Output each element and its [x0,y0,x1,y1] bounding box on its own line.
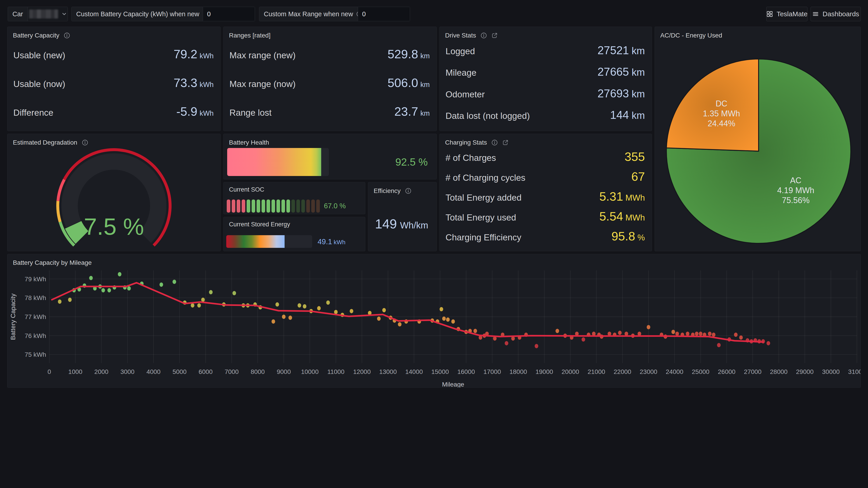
scatter-point [209,290,213,294]
custom-battery-capacity-input[interactable]: 0 [203,7,255,21]
acdc-pie-chart[interactable]: AC4.19 MWh75.56%DC1.35 MWh24.44% [655,39,861,251]
panel-title[interactable]: Battery Health [223,134,436,149]
scatter-point [118,272,121,276]
x-tick-label: 16000 [457,368,475,375]
soc-segment-lit-green [286,199,290,213]
custom-max-range-label: Custom Max Range when new [259,7,358,21]
stat-value: 5.54MWh [599,209,645,223]
soc-segment-lit-green [281,199,285,213]
car-variable-value[interactable] [28,7,68,21]
car-name-redacted [29,9,58,19]
x-tick-label: 29000 [796,368,814,375]
x-tick-label: 5000 [173,368,186,375]
stat-value: 27665km [597,65,645,78]
scatter-point [326,300,330,305]
stat-value: 67 [631,169,645,184]
scatter-point [535,344,538,348]
panel-current-stored-energy: Current Stored Energy 49.1 kWh [223,217,365,251]
info-icon[interactable] [480,32,487,39]
stat-value: 73.3kWh [174,76,214,90]
scatter-point [671,330,675,334]
x-tick-label: 17000 [483,368,501,375]
scatter-point [699,332,702,336]
scatter-point [232,291,236,295]
custom-max-range-input[interactable]: 0 [358,7,410,21]
apps-grid-icon [766,11,773,18]
stat-row: Usable (now)73.3kWh [13,76,214,90]
soc-segment-dim-green [301,199,305,213]
x-tick-label: 18000 [509,368,527,375]
scatter-point [582,337,585,341]
panel-title[interactable]: Efficiency [368,182,436,197]
stat-label: Odometer [445,90,485,99]
stat-row: Odometer27693km [445,87,645,100]
stat-row: Logged27521km [445,44,645,57]
panel-charging-stats: Charging Stats # of Charges355# of Charg… [439,134,652,251]
x-tick-label: 1000 [68,368,82,375]
stat-value: 144km [610,108,645,122]
scatter-point [442,317,446,321]
scatter-point [317,306,321,311]
dashboards-button[interactable]: Dashboards [811,7,861,21]
stat-value: 355 [625,150,645,164]
soc-value: 67.0 % [324,199,346,213]
stat-row: Mileage27665km [445,65,645,78]
scatter-point [68,297,72,302]
x-tick-label: 13000 [379,368,397,375]
scatter-point [350,309,353,313]
ranges-rows: Max range (new)529.8kmMax range (now)506… [229,39,430,126]
capacity-mileage-chart[interactable]: 0100020003000400050006000700080009000100… [7,266,861,387]
x-tick-label: 31000 [848,368,861,375]
panel-title[interactable]: Current SOC [223,182,365,195]
pie-slice-dc[interactable] [666,59,758,151]
scatter-point [303,304,307,308]
x-tick-label: 8000 [251,368,265,375]
external-link-icon[interactable] [491,32,498,39]
teslamate-button[interactable]: TeslaMate [766,7,807,21]
stat-row: # of Charging cycles67 [445,169,645,184]
scatter-point [446,318,450,322]
y-tick-label: 76 kWh [25,332,46,339]
x-tick-label: 6000 [198,368,213,375]
battery-health-bar-fill [227,148,321,176]
scatter-point [695,332,699,336]
soc-segment-lit-red [232,199,235,213]
scatter-point [377,317,381,321]
hamburger-menu-icon [812,11,819,18]
info-icon[interactable] [491,139,498,146]
stat-row: Range lost23.7km [229,104,430,119]
x-tick-label: 11000 [327,368,344,375]
stat-label: Usable (now) [13,79,65,89]
stat-value: -5.9kWh [176,104,214,119]
scatter-point [101,288,105,292]
scatter-point [282,315,285,319]
stat-row: # of Charges355 [445,150,645,164]
scatter-point [556,329,559,333]
info-icon[interactable] [64,32,70,39]
stat-label: Mileage [445,68,476,78]
stat-value: 95.8% [612,229,645,243]
stat-row: Charging Efficiency95.8% [445,229,645,243]
scatter-point [675,332,679,336]
scatter-point [717,343,721,347]
scatter-point [276,302,279,306]
x-tick-label: 27000 [744,368,762,375]
scatter-point [191,303,194,307]
car-variable-select[interactable]: Car [8,7,68,21]
x-tick-label: 28000 [770,368,787,375]
dashboards-button-label: Dashboards [823,10,859,18]
y-tick-label: 77 kWh [25,313,46,320]
panel-battery-capacity: Battery Capacity Usable (new)79.2kWhUsab… [7,27,221,131]
info-icon[interactable] [405,188,411,194]
stat-label: Total Energy added [445,193,522,203]
soc-segment-lit-green [267,199,270,213]
soc-segment-lit-green [252,199,255,213]
efficiency-value: 149 Wh/km [375,216,428,231]
panel-battery-health: Battery Health 92.5 % [223,134,437,180]
x-tick-label: 12000 [353,368,371,375]
x-tick-label: 19000 [535,368,553,375]
external-link-icon[interactable] [502,139,508,146]
panel-title[interactable]: Current Stored Energy [223,217,365,229]
x-tick-label: 7000 [225,368,239,375]
soc-segment-lit-green [256,199,260,213]
